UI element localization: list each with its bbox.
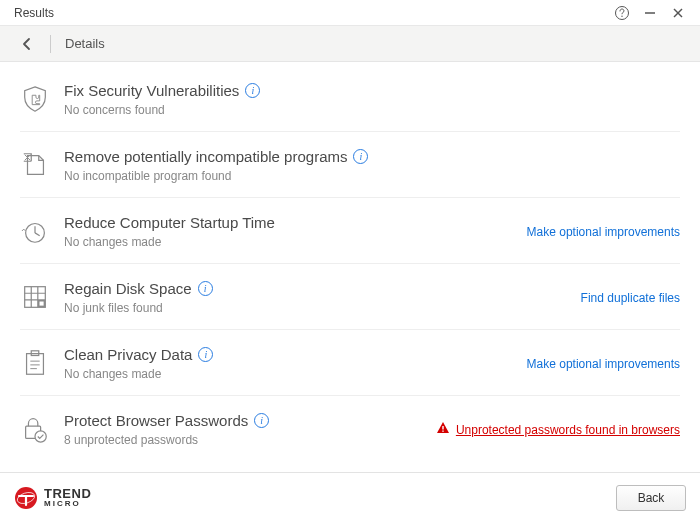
results-list: Fix Security Vulnerabilities i No concer… — [0, 62, 700, 461]
result-row-privacy: Clean Privacy Data i No changes made Mak… — [20, 330, 680, 396]
broken-doc-icon — [20, 148, 64, 180]
result-row-startup: Reduce Computer Startup Time No changes … — [20, 198, 680, 264]
svg-rect-12 — [442, 426, 443, 430]
action-link[interactable]: Make optional improvements — [527, 225, 680, 239]
result-row-disk: Regain Disk Space i No junk files found … — [20, 264, 680, 330]
breadcrumb: Details — [65, 36, 105, 51]
stopwatch-icon — [20, 214, 64, 246]
row-subtitle: No changes made — [64, 367, 527, 381]
result-row-security: Fix Security Vulnerabilities i No concer… — [20, 62, 680, 132]
info-icon[interactable]: i — [254, 413, 269, 428]
footer: TREND MICRO Back — [0, 472, 700, 522]
row-title: Remove potentially incompatible programs — [64, 148, 347, 165]
window-title: Results — [14, 6, 608, 20]
subheader: Details — [0, 26, 700, 62]
clipboard-icon — [20, 346, 64, 378]
row-title: Fix Security Vulnerabilities — [64, 82, 239, 99]
brand-text-1: TREND — [44, 488, 91, 500]
titlebar: Results — [0, 0, 700, 26]
help-icon[interactable] — [608, 0, 636, 26]
result-row-passwords: Protect Browser Passwords i 8 unprotecte… — [20, 396, 680, 461]
disk-grid-icon — [20, 280, 64, 312]
divider — [50, 35, 51, 53]
svg-rect-6 — [25, 287, 46, 308]
action-link[interactable]: Make optional improvements — [527, 357, 680, 371]
row-subtitle: No junk files found — [64, 301, 581, 315]
info-icon[interactable]: i — [198, 347, 213, 362]
minimize-icon[interactable] — [636, 0, 664, 26]
svg-point-1 — [621, 15, 622, 16]
lock-check-icon — [20, 412, 64, 444]
svg-rect-8 — [27, 354, 44, 375]
close-icon[interactable] — [664, 0, 692, 26]
brand-logo: TREND MICRO — [14, 486, 91, 510]
brand-text-2: MICRO — [44, 500, 91, 507]
shield-puzzle-icon — [20, 82, 64, 114]
back-button[interactable]: Back — [616, 485, 686, 511]
info-icon[interactable]: i — [353, 149, 368, 164]
row-title: Regain Disk Space — [64, 280, 192, 297]
row-subtitle: No changes made — [64, 235, 527, 249]
info-icon[interactable]: i — [245, 83, 260, 98]
row-title: Reduce Computer Startup Time — [64, 214, 275, 231]
svg-rect-13 — [442, 431, 443, 432]
info-icon[interactable]: i — [198, 281, 213, 296]
row-title: Clean Privacy Data — [64, 346, 192, 363]
row-title: Protect Browser Passwords — [64, 412, 248, 429]
row-subtitle: No concerns found — [64, 103, 680, 117]
row-subtitle: No incompatible program found — [64, 169, 680, 183]
back-icon[interactable] — [18, 35, 36, 53]
action-link[interactable]: Find duplicate files — [581, 291, 680, 305]
warning-icon — [436, 421, 450, 438]
svg-point-11 — [35, 431, 46, 442]
row-subtitle: 8 unprotected passwords — [64, 433, 436, 447]
warning-link[interactable]: Unprotected passwords found in browsers — [456, 423, 680, 437]
svg-rect-7 — [39, 301, 45, 307]
result-row-incompatible: Remove potentially incompatible programs… — [20, 132, 680, 198]
